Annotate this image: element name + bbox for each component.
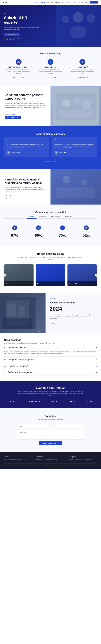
faq-question-1[interactable]: 01. Recruitment Staffing ∧ (4, 344, 97, 351)
faq-chevron-1: ∧ (96, 347, 97, 349)
comp-stat-3: 👥 Reclutamento 75% (59, 226, 66, 238)
talent-carousel: ‹ Ricerca esecutiva Reclutamento risorse… (4, 264, 97, 286)
testi-text-1: Lorem ipsum dolor sit amet, consectetur … (7, 143, 46, 149)
contact-section: Contattaci Domande o commenti? Su un mes… (0, 408, 101, 452)
azienda-content: STORIA Informazioni sull'azienda 2024 Lo… (46, 293, 101, 333)
faq-title: Cosa ci spinge (4, 339, 97, 342)
svg-point-9 (81, 179, 87, 185)
nav-logo: logo (3, 1, 7, 3)
azienda-section: immagini di Freepik STORIA Informazioni … (0, 293, 101, 333)
nav-page1[interactable]: PAGE 1 (62, 2, 66, 3)
azienda-next-button[interactable]: › (53, 322, 56, 325)
comp-tabs: Benefit Formazione Reclutamento Mentorin… (4, 215, 97, 219)
nav-cta-button[interactable]: CONTACT (90, 1, 98, 4)
comp-tab-formazione[interactable]: Formazione (36, 215, 49, 219)
svg-point-4 (82, 100, 91, 110)
talent-card-img-1: Ricerca esecutiva (4, 264, 33, 286)
testi-credit-link[interactable]: Freepik (52, 160, 56, 162)
vantaggio-desc-2: Lorem ipsum consectetur elit ad libh Mai… (38, 69, 63, 74)
contact-subtitle: Domande o commenti? Su un messaggio! (17, 418, 84, 420)
nav-page4[interactable]: PAGE 4 (79, 2, 83, 3)
vantaggio-link-2[interactable]: SAPERNE DI PIÙ (45, 77, 56, 78)
hero-phone-label: Chiama 24 ore su 24 / 7 giorni su 7 (6, 38, 23, 39)
talent-card-label-1: Ricerca esecutiva (6, 283, 17, 285)
soluzioni-credit-link[interactable]: Freepik (11, 114, 15, 115)
comp-stat-value-4: 62% (83, 233, 90, 238)
partner-logos: CROLLA ◆ BINANCE EV3A TESLA SONY (4, 400, 97, 403)
webinar-prev-button[interactable]: ‹ (5, 196, 8, 199)
talent-next-button[interactable]: › (95, 274, 98, 277)
hero-tag: HR (4, 13, 55, 14)
faq-question-3[interactable]: 03. Training Development ∨ (4, 363, 97, 369)
vantaggio-card-2: 👤 ESPERIENZA Lorem ipsum consectetur eli… (36, 56, 65, 81)
faq-chevron-4: ∨ (96, 371, 97, 374)
nav-page5[interactable]: PAGE 5 (84, 2, 89, 3)
azienda-nav: ‹ › (50, 322, 97, 325)
contact-email-input[interactable] (17, 424, 50, 428)
nav-about[interactable]: ABOUT US (39, 2, 46, 3)
compensazione-title: Compensazione e benefici (4, 211, 97, 214)
partner-crolla: CROLLA (9, 400, 17, 403)
soluzioni-btn[interactable]: PER SAPERE DI PIÙ (5, 116, 21, 119)
faq-q-label-4: 04. Performance Management (4, 371, 33, 374)
testi-name-2: Sam Perry (59, 152, 66, 153)
soluzioni-text: Soluzioni concrete pensate apposta per t… (0, 86, 50, 126)
faq-list: 01. Recruitment Staffing ∧ Answer: Lorem… (4, 344, 97, 376)
contact-message-input[interactable] (17, 430, 84, 440)
footer-city-1: Sidney (4, 456, 33, 458)
faq-q-text-2: Compensation Management (7, 358, 35, 361)
hero-image (56, 5, 101, 47)
vantaggi-title: Principali vantaggi (4, 52, 97, 55)
partners-section: Lavoriamo con i migliori! Paragraph: Lor… (0, 381, 101, 408)
faq-q-text-4: Performance Management (7, 371, 33, 374)
faq-item-2: 02. Compensation Management ∨ (4, 356, 97, 363)
svg-point-2 (62, 99, 70, 108)
comp-stat-label-2: Formazione (35, 231, 42, 233)
faq-q-label-1: 01. Recruitment Staffing (4, 346, 27, 349)
nav-our-team[interactable]: OUR TEAM (47, 2, 53, 3)
azienda-prev-button[interactable]: ‹ (50, 322, 53, 325)
vantaggio-desc-1: Lorem ipsum consectetur elit ad libh Mai… (6, 69, 31, 74)
copyright-text: © 2024 All rights reserved (43, 465, 57, 466)
nav-page3[interactable]: PAGE 3 (73, 2, 77, 3)
contact-name-input[interactable] (51, 424, 84, 428)
comp-stat-label-4: Mentoring (83, 231, 90, 233)
quote-icon-1: " (7, 139, 46, 142)
nav-page2[interactable]: PAGE 2 (67, 2, 72, 3)
vantaggio-desc-3: Lorem ipsum consectetur elit ad libh Mai… (70, 69, 95, 74)
svg-rect-15 (19, 306, 25, 316)
azienda-credit-link[interactable]: Freepik (37, 331, 41, 332)
comp-tab-reclutamento[interactable]: Reclutamento (49, 215, 63, 219)
hero-buttons: PER SAPERE DI PIÙ (4, 33, 55, 36)
faq-section: Cosa ci spinge Lorem ipsum dolor sit ame… (0, 333, 101, 381)
faq-question-4[interactable]: 04. Performance Management ∨ (4, 369, 97, 376)
contact-submit-button[interactable]: INVIA MESSAGGIO (39, 441, 62, 445)
partner-binance: ◆ BINANCE (28, 400, 40, 403)
nav-home[interactable]: HOME (34, 2, 38, 3)
webinar-desc: Lorem ipsum dolor sit amet, consectetur … (5, 186, 46, 193)
comp-tab-benefit[interactable]: Benefit (27, 215, 36, 219)
testi-name-1: Paolo Fabbro (11, 152, 20, 153)
talent-prev-button[interactable]: ‹ (3, 274, 6, 277)
vantaggio-link-1[interactable]: SAPERNE DI PIÙ (13, 77, 24, 78)
talent-card-label-2: Reclutamento risorse (37, 283, 51, 285)
faq-num-3: 03. (4, 366, 6, 367)
azienda-text: Lorem ipsum dolor sit amet, consectetur … (50, 314, 97, 320)
hero-primary-button[interactable]: PER SAPERE DI PIÙ (4, 33, 20, 36)
navbar: logo HOME ABOUT US OUR TEAM CONTACT PAGE… (0, 0, 101, 5)
faq-num-1: 01. (4, 347, 6, 349)
vantaggio-link-3[interactable]: SAPERNE DI PIÙ (77, 77, 88, 78)
nav-contact[interactable]: CONTACT (55, 2, 60, 3)
testimonials-section: Come aiutiamo le persone " Lorem ipsum d… (0, 126, 101, 168)
webinar-next-button[interactable]: › (9, 196, 12, 199)
footer-grid: Sidney 41 Portola Bay Wynnum Star walk 4… (4, 456, 97, 460)
comp-stat-1: ⭐ Benefit 67% (11, 226, 18, 238)
azienda-tag: STORIA (50, 298, 97, 300)
faq-question-2[interactable]: 02. Compensation Management ∨ (4, 356, 97, 363)
testi-author-1: PF Paolo Fabbro (7, 151, 46, 154)
svg-rect-14 (7, 304, 16, 316)
faq-q-text-3: Training Development (7, 365, 28, 367)
faq-chevron-3: ∨ (96, 365, 97, 367)
comp-tab-mentoring[interactable]: Mentoring (63, 215, 74, 219)
azienda-title: Informazioni sull'azienda (50, 302, 97, 304)
